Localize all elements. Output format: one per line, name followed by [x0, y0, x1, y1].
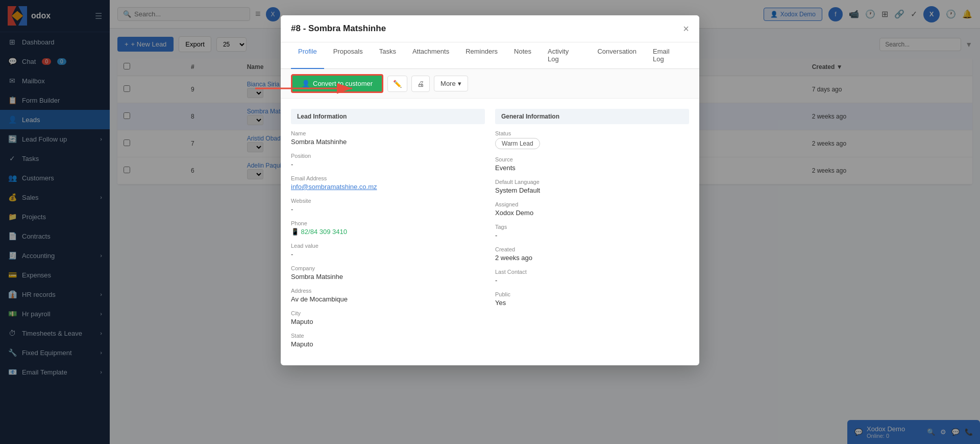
tab-notes[interactable]: Notes	[507, 42, 538, 69]
phone-value[interactable]: 📱 82/84 309 3410	[291, 228, 485, 236]
email-value[interactable]: info@sombramatshine.co.mz	[291, 183, 485, 191]
tags-value: -	[495, 231, 689, 239]
city-value: Maputo	[291, 318, 485, 325]
field-state: State Maputo	[291, 333, 485, 348]
field-company: Company Sombra Matsinhe	[291, 265, 485, 281]
address-value: Av de Mocambique	[291, 295, 485, 303]
tab-reminders[interactable]: Reminders	[458, 42, 505, 69]
lead-info-section: Lead Information Name Sombra Matshinhe P…	[291, 109, 485, 355]
field-assigned: Assigned Xodox Demo	[495, 201, 689, 217]
edit-button[interactable]: ✏️	[387, 76, 407, 92]
field-status: Status Warm Lead	[495, 130, 689, 149]
tab-activity-log[interactable]: Activity Log	[541, 42, 588, 69]
status-badge: Warm Lead	[495, 138, 540, 149]
print-button[interactable]: 🖨	[411, 76, 430, 92]
status-value: Warm Lead	[495, 138, 689, 149]
general-info-section: General Information Status Warm Lead Sou…	[495, 109, 689, 355]
field-website: Website -	[291, 198, 485, 213]
last-contact-value: -	[495, 276, 689, 284]
lead-info-title: Lead Information	[291, 109, 485, 124]
name-value: Sombra Matshinhe	[291, 138, 485, 146]
chevron-down-icon: ▾	[458, 80, 461, 87]
modal-tabs: Profile Proposals Tasks Attachments Remi…	[281, 42, 699, 69]
tab-proposals[interactable]: Proposals	[326, 42, 370, 69]
state-value: Maputo	[291, 340, 485, 348]
company-value: Sombra Matsinhe	[291, 273, 485, 281]
modal-overlay[interactable]: #8 - Sombra Matshinhe × Profile Proposal…	[0, 0, 980, 444]
field-phone: Phone 📱 82/84 309 3410	[291, 220, 485, 236]
convert-to-customer-button[interactable]: 👤 Convert to customer	[291, 74, 383, 93]
field-city: City Maputo	[291, 310, 485, 325]
assigned-value: Xodox Demo	[495, 209, 689, 217]
field-created: Created 2 weeks ago	[495, 246, 689, 262]
public-value: Yes	[495, 299, 689, 307]
modal: #8 - Sombra Matshinhe × Profile Proposal…	[281, 15, 699, 365]
modal-close-button[interactable]: ×	[683, 24, 689, 34]
modal-header: #8 - Sombra Matshinhe ×	[281, 15, 699, 42]
tab-attachments[interactable]: Attachments	[405, 42, 456, 69]
tab-email-log[interactable]: Email Log	[646, 42, 689, 69]
field-name: Name Sombra Matshinhe	[291, 130, 485, 146]
field-address: Address Av de Mocambique	[291, 288, 485, 303]
field-lead-value: Lead value -	[291, 243, 485, 258]
field-email: Email Address info@sombramatshine.co.mz	[291, 175, 485, 191]
field-source: Source Events	[495, 156, 689, 172]
modal-toolbar: 👤 Convert to customer ✏️ 🖨 More ▾	[281, 69, 699, 99]
user-plus-icon: 👤	[302, 80, 310, 87]
print-icon: 🖨	[417, 80, 424, 88]
field-last-contact: Last Contact -	[495, 269, 689, 284]
more-button[interactable]: More ▾	[434, 76, 468, 91]
field-public: Public Yes	[495, 291, 689, 307]
source-value: Events	[495, 164, 689, 172]
position-value: -	[291, 160, 485, 168]
tab-tasks[interactable]: Tasks	[372, 42, 403, 69]
created-value: 2 weeks ago	[495, 254, 689, 262]
default-language-value: System Default	[495, 186, 689, 194]
modal-title: #8 - Sombra Matshinhe	[291, 24, 386, 34]
website-value: -	[291, 205, 485, 213]
modal-body: Lead Information Name Sombra Matshinhe P…	[281, 99, 699, 365]
tab-conversation[interactable]: Conversation	[590, 42, 644, 69]
field-default-language: Default Language System Default	[495, 179, 689, 194]
convert-label: Convert to customer	[313, 80, 373, 87]
field-tags: Tags -	[495, 224, 689, 239]
general-info-title: General Information	[495, 109, 689, 124]
more-label: More	[440, 80, 456, 87]
lead-value-value: -	[291, 250, 485, 258]
edit-icon: ✏️	[393, 80, 402, 88]
field-position: Position -	[291, 153, 485, 168]
tab-profile[interactable]: Profile	[291, 42, 324, 69]
